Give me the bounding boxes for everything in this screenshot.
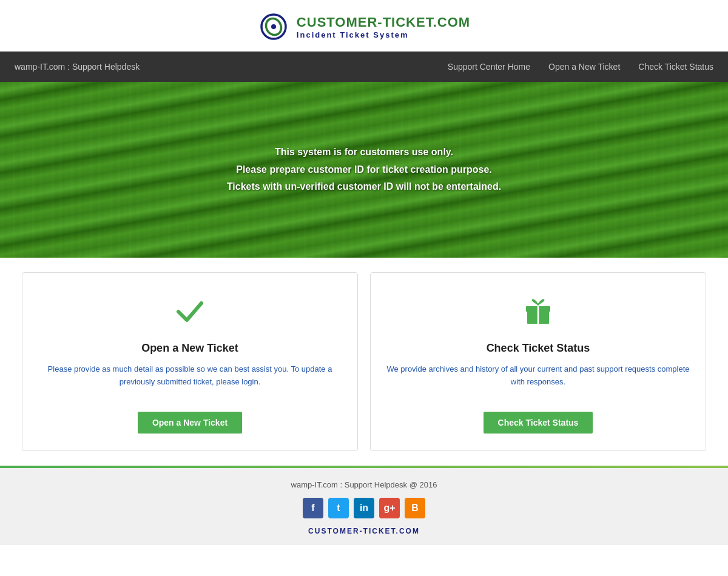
navbar: wamp-IT.com : Support Helpdesk Support C… <box>0 52 728 82</box>
banner: This system is for customers use only. P… <box>0 82 728 258</box>
twitter-icon[interactable]: t <box>328 498 349 518</box>
nav-check-ticket-status[interactable]: Check Ticket Status <box>638 62 713 72</box>
brand-subtitle: Incident Ticket System <box>297 30 409 39</box>
banner-line1: This system is for customers use only. <box>227 144 501 161</box>
card-check-status-title: Check Ticket Status <box>385 342 691 355</box>
header: Customer-Ticket.com Incident Ticket Syst… <box>0 0 728 52</box>
open-new-ticket-button[interactable]: Open a New Ticket <box>138 412 242 434</box>
facebook-icon[interactable]: f <box>303 498 323 518</box>
gift-icon <box>385 295 691 335</box>
card-new-ticket: Open a New Ticket Please provide as much… <box>22 272 358 451</box>
card-check-status: Check Ticket Status We provide archives … <box>370 272 706 451</box>
brand-text: Customer-Ticket.com Incident Ticket Syst… <box>297 15 470 39</box>
cards-section: Open a New Ticket Please provide as much… <box>0 258 728 466</box>
nav-links: Support Center Home Open a New Ticket Ch… <box>448 62 713 72</box>
svg-point-2 <box>271 24 276 29</box>
card-new-ticket-desc: Please provide as much detail as possibl… <box>37 363 343 395</box>
linkedin-icon[interactable]: in <box>354 498 374 518</box>
nav-open-new-ticket[interactable]: Open a New Ticket <box>548 62 620 72</box>
footer-copyright: wamp-IT.com : Support Helpdesk @ 2016 <box>0 480 728 489</box>
footer: wamp-IT.com : Support Helpdesk @ 2016 f … <box>0 468 728 545</box>
nav-support-center-home[interactable]: Support Center Home <box>448 62 530 72</box>
card-check-status-desc: We provide archives and history of all y… <box>385 363 691 395</box>
logo-icon <box>258 11 289 42</box>
blogger-icon[interactable]: B <box>405 498 425 518</box>
banner-text: This system is for customers use only. P… <box>227 144 501 196</box>
card-new-ticket-title: Open a New Ticket <box>37 342 343 355</box>
gplus-icon[interactable]: g+ <box>379 498 400 518</box>
banner-line2: Please prepare customer ID for ticket cr… <box>227 161 501 179</box>
logo-area: Customer-Ticket.com Incident Ticket Syst… <box>0 11 728 42</box>
banner-line3: Tickets with un-verified customer ID wil… <box>227 178 501 196</box>
social-icons: f t in g+ B <box>0 498 728 518</box>
check-ticket-status-button[interactable]: Check Ticket Status <box>484 412 593 434</box>
nav-brand: wamp-IT.com : Support Helpdesk <box>15 62 140 72</box>
checkmark-icon <box>37 295 343 335</box>
brand-name: Customer-Ticket.com <box>297 15 470 30</box>
footer-brand: Customer-Ticket.com <box>0 527 728 535</box>
